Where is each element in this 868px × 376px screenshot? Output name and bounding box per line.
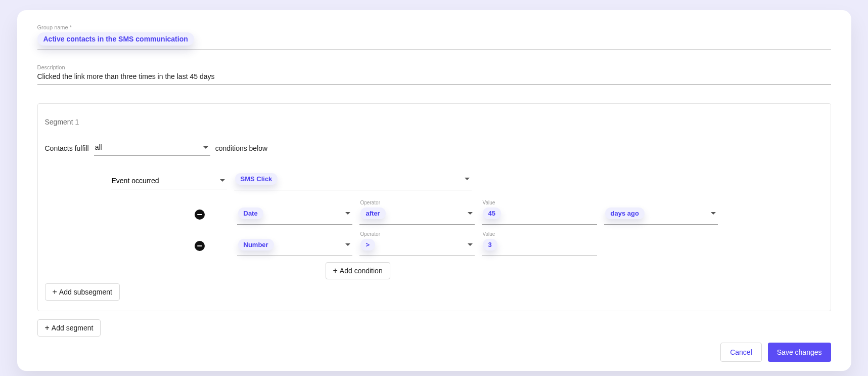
segment-title: Segment 1: [45, 118, 824, 126]
condition-operator-chip: after: [360, 207, 386, 219]
condition-value-chip: 45: [483, 207, 501, 219]
condition-value-input[interactable]: 45: [482, 206, 597, 225]
condition-operator-chip: >: [360, 239, 376, 250]
description-input[interactable]: Clicked the link more than three times i…: [37, 72, 831, 85]
add-segment-label: Add segment: [52, 324, 94, 332]
cancel-button[interactable]: Cancel: [720, 343, 762, 362]
fulfill-prefix: Contacts fulfill: [45, 144, 89, 152]
event-type-select[interactable]: Event occurred: [111, 174, 227, 189]
condition-value-chip: 3: [483, 239, 497, 250]
event-type-value: Event occurred: [112, 177, 159, 185]
condition-row: Number Operator > Value: [111, 231, 824, 256]
group-name-chip: Active contacts in the SMS communication: [37, 32, 194, 46]
plus-icon: +: [45, 324, 50, 332]
add-subsegment-label: Add subsegment: [59, 288, 112, 296]
chevron-down-icon: [220, 179, 225, 182]
condition-unit-chip: days ago: [605, 207, 645, 219]
value-label: Value: [483, 231, 597, 237]
footer-actions: Cancel Save changes: [37, 343, 831, 362]
condition-field-select[interactable]: Date: [237, 206, 352, 225]
fulfill-operator-select[interactable]: all: [94, 140, 210, 156]
condition-field-chip: Date: [238, 207, 263, 219]
chevron-down-icon: [468, 212, 473, 215]
add-condition-label: Add condition: [340, 267, 383, 275]
remove-condition-button[interactable]: [195, 210, 205, 220]
add-segment-button[interactable]: + Add segment: [37, 319, 101, 337]
condition-operator-select[interactable]: after: [359, 206, 475, 225]
group-name-field: Group name * Active contacts in the SMS …: [37, 24, 831, 50]
segment-card: Segment 1 Contacts fulfill all condition…: [37, 103, 831, 311]
fulfill-operator-value: all: [95, 143, 102, 151]
group-name-label: Group name *: [37, 24, 831, 30]
conditions-container: Event occurred SMS Click: [45, 172, 824, 279]
value-label: Value: [483, 200, 597, 205]
event-name-chip: SMS Click: [235, 173, 278, 185]
add-condition-button[interactable]: + Add condition: [326, 262, 390, 279]
operator-label: Operator: [360, 200, 475, 205]
condition-field-select[interactable]: Number: [237, 238, 352, 256]
add-subsegment-button[interactable]: + Add subsegment: [45, 283, 120, 301]
plus-icon: +: [333, 267, 338, 275]
save-button[interactable]: Save changes: [768, 343, 831, 362]
remove-condition-button[interactable]: [195, 241, 205, 251]
fulfill-row: Contacts fulfill all conditions below: [45, 140, 824, 156]
description-label: Description: [37, 64, 831, 70]
minus-icon: [197, 245, 202, 246]
condition-row: Date Operator after Value: [111, 199, 824, 225]
plus-icon: +: [53, 288, 57, 296]
condition-unit-select[interactable]: days ago: [604, 206, 718, 225]
chevron-down-icon: [345, 212, 350, 215]
description-field: Description Clicked the link more than t…: [37, 64, 831, 85]
segment-editor-card: Group name * Active contacts in the SMS …: [17, 10, 851, 371]
fulfill-suffix: conditions below: [215, 144, 268, 152]
chevron-down-icon: [711, 212, 716, 215]
condition-field-chip: Number: [238, 239, 274, 250]
chevron-down-icon: [465, 178, 470, 180]
event-name-select[interactable]: SMS Click: [234, 172, 472, 190]
minus-icon: [197, 214, 202, 215]
chevron-down-icon: [345, 243, 350, 246]
event-row: Event occurred SMS Click: [111, 172, 824, 190]
chevron-down-icon: [468, 243, 473, 246]
chevron-down-icon: [203, 146, 208, 149]
group-name-input-row[interactable]: Active contacts in the SMS communication: [37, 32, 831, 50]
condition-operator-select[interactable]: >: [359, 238, 475, 256]
operator-label: Operator: [360, 231, 475, 237]
condition-value-input[interactable]: 3: [482, 238, 597, 256]
